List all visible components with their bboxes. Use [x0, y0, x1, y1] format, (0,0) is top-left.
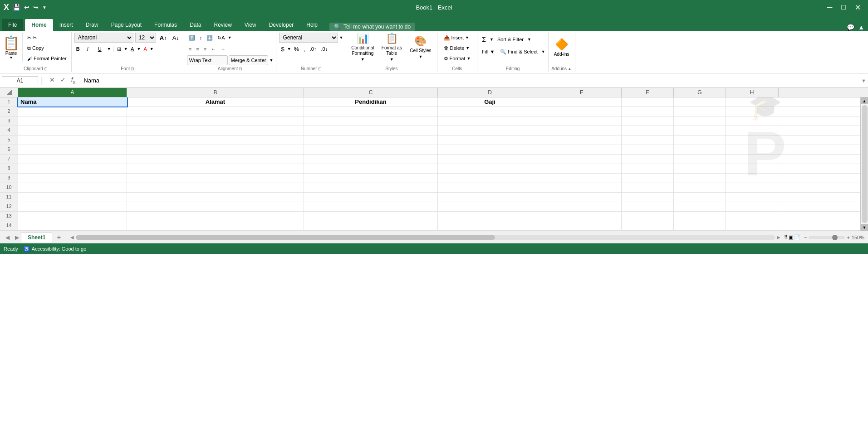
cell-a10[interactable]: [18, 183, 127, 192]
row-num-2[interactable]: 2: [0, 107, 18, 116]
cell-b10[interactable]: [127, 183, 304, 192]
format-painter-button[interactable]: 🖌 Format Painter: [25, 53, 69, 63]
row-num-12[interactable]: 12: [0, 202, 18, 211]
zoom-in-button[interactable]: +: [847, 235, 849, 240]
cell-e1[interactable]: [542, 97, 622, 107]
cell-g11[interactable]: [674, 193, 726, 202]
cell-h6[interactable]: [726, 145, 778, 154]
font-color-dropdown[interactable]: ▼: [150, 47, 154, 51]
autosum-dropdown[interactable]: ▼: [490, 37, 494, 42]
row-num-13[interactable]: 13: [0, 212, 18, 221]
cell-f2[interactable]: [622, 107, 674, 116]
tab-draw[interactable]: Draw: [79, 19, 105, 31]
cell-d12[interactable]: [438, 202, 542, 211]
cell-e7[interactable]: [542, 155, 622, 164]
normal-view-button[interactable]: ▣: [789, 234, 793, 240]
col-header-g[interactable]: G: [674, 88, 726, 97]
align-right-button[interactable]: ≡: [202, 44, 208, 54]
cell-a14[interactable]: [18, 221, 127, 230]
cell-g1[interactable]: [674, 97, 726, 107]
cell-a12[interactable]: [18, 202, 127, 211]
cell-f1[interactable]: [622, 97, 674, 107]
cell-b5[interactable]: [127, 136, 304, 145]
cell-f5[interactable]: [622, 136, 674, 145]
cell-h13[interactable]: [726, 212, 778, 221]
cell-b4[interactable]: [127, 126, 304, 135]
cell-c14[interactable]: [304, 221, 438, 230]
copy-button[interactable]: ⧉ Copy: [25, 43, 69, 53]
cell-e4[interactable]: [542, 126, 622, 135]
cell-a2[interactable]: [18, 107, 127, 116]
formula-expand-button[interactable]: ▼: [861, 78, 866, 83]
cell-a9[interactable]: [18, 174, 127, 183]
separators-icon[interactable]: ⠿: [784, 234, 788, 240]
align-center-button[interactable]: ≡: [194, 44, 201, 54]
clipboard-expand-icon[interactable]: ⊡: [44, 67, 48, 71]
insert-dropdown[interactable]: ▼: [465, 35, 469, 40]
cell-c1[interactable]: Pendidikan: [304, 97, 438, 107]
format-as-table-dropdown[interactable]: ▼: [390, 57, 394, 62]
decrease-decimal-button[interactable]: .0↓: [319, 44, 329, 54]
cell-f12[interactable]: [622, 202, 674, 211]
tab-nav-right[interactable]: ▶: [13, 233, 21, 242]
zoom-slider-thumb[interactable]: [832, 235, 838, 240]
col-header-c[interactable]: C: [304, 88, 438, 97]
cell-d6[interactable]: [438, 145, 542, 154]
increase-font-button[interactable]: A↑: [158, 33, 169, 43]
conditional-formatting-button[interactable]: 📊 Conditional Formatting ▼: [349, 33, 376, 62]
cell-f14[interactable]: [622, 221, 674, 230]
cell-d5[interactable]: [438, 136, 542, 145]
increase-decimal-button[interactable]: .0↑: [308, 44, 319, 54]
row-num-5[interactable]: 5: [0, 136, 18, 145]
row-num-1[interactable]: 1: [0, 97, 18, 107]
cell-h12[interactable]: [726, 202, 778, 211]
zoom-out-button[interactable]: −: [804, 235, 807, 240]
cell-a13[interactable]: [18, 212, 127, 221]
cell-g6[interactable]: [674, 145, 726, 154]
tab-nav-left[interactable]: ◀: [4, 233, 11, 242]
cell-c7[interactable]: [304, 155, 438, 164]
scroll-up-button[interactable]: ▲: [861, 97, 868, 104]
cell-h10[interactable]: [726, 183, 778, 192]
number-expand-icon[interactable]: ⊡: [318, 67, 322, 71]
cell-f6[interactable]: [622, 145, 674, 154]
cell-a4[interactable]: [18, 126, 127, 135]
align-top-button[interactable]: ⬆️: [187, 33, 197, 43]
cell-e9[interactable]: [542, 174, 622, 183]
cell-f8[interactable]: [622, 164, 674, 173]
cell-a6[interactable]: [18, 145, 127, 154]
cell-d2[interactable]: [438, 107, 542, 116]
cell-f11[interactable]: [622, 193, 674, 202]
tab-file[interactable]: File: [2, 19, 23, 31]
underline-button[interactable]: U: [96, 44, 106, 54]
horizontal-scrollbar[interactable]: [76, 235, 775, 240]
cell-e10[interactable]: [542, 183, 622, 192]
cell-d14[interactable]: [438, 221, 542, 230]
select-all-icon[interactable]: [6, 90, 12, 95]
cut-button[interactable]: ✂ ✂: [25, 33, 69, 43]
col-header-d[interactable]: D: [438, 88, 542, 97]
col-header-e[interactable]: E: [542, 88, 622, 97]
col-header-b[interactable]: B: [127, 88, 304, 97]
cell-h14[interactable]: [726, 221, 778, 230]
cell-c4[interactable]: [304, 126, 438, 135]
grid-scroll[interactable]: 🎓 P 1 Nama Alamat Pendidikan Gaji 2 3 4 …: [0, 97, 860, 231]
tab-home[interactable]: Home: [25, 19, 53, 31]
cell-d9[interactable]: [438, 174, 542, 183]
font-expand-icon[interactable]: ⊡: [131, 67, 134, 71]
cell-e8[interactable]: [542, 164, 622, 173]
cell-b6[interactable]: [127, 145, 304, 154]
name-box[interactable]: [2, 76, 38, 85]
cell-d3[interactable]: [438, 116, 542, 126]
fill-button[interactable]: Fill ▼: [480, 47, 496, 57]
row-num-14[interactable]: 14: [0, 221, 18, 230]
border-dropdown[interactable]: ▼: [124, 47, 128, 51]
cell-d1[interactable]: Gaji: [438, 97, 542, 107]
row-num-11[interactable]: 11: [0, 193, 18, 202]
row-num-10[interactable]: 10: [0, 183, 18, 192]
cell-b2[interactable]: [127, 107, 304, 116]
cell-d10[interactable]: [438, 183, 542, 192]
cell-a7[interactable]: [18, 155, 127, 164]
bold-button[interactable]: B: [74, 44, 84, 54]
cell-e2[interactable]: [542, 107, 622, 116]
